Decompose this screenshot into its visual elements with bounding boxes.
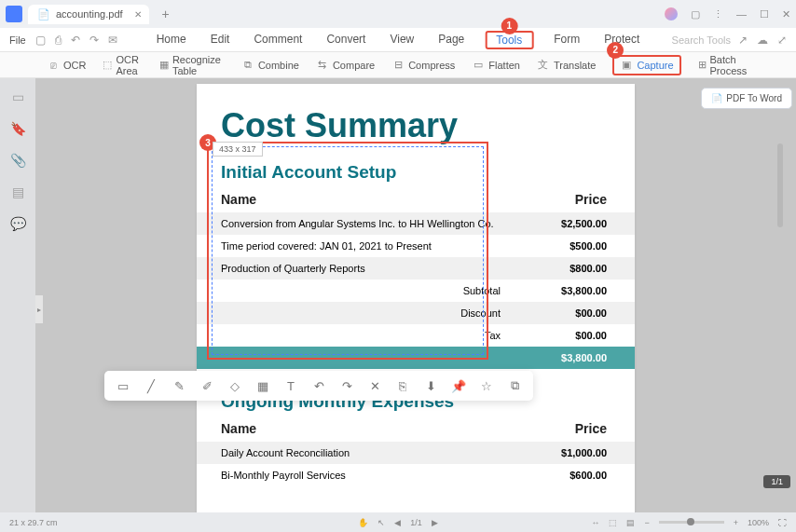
document-viewport[interactable]: Cost Summary Initial Account Setup Name … bbox=[35, 78, 796, 512]
table-row: Bi-Monthly Payroll Services$600.00 bbox=[197, 464, 635, 486]
share-icon[interactable]: ↗ bbox=[738, 34, 748, 47]
table-row: Daily Account Reconciliation$1,000.00 bbox=[197, 442, 635, 464]
tab-page[interactable]: Page bbox=[434, 31, 468, 49]
fit-width-icon[interactable]: ↔ bbox=[591, 518, 599, 527]
table-icon: ▦ bbox=[159, 59, 169, 72]
file-menu[interactable]: File bbox=[9, 34, 26, 46]
maximize-button[interactable]: ☐ bbox=[760, 8, 769, 20]
print-icon[interactable]: ⎙ bbox=[55, 34, 62, 47]
tab-form[interactable]: Form bbox=[550, 31, 583, 49]
minimize-button[interactable]: — bbox=[736, 8, 747, 20]
profile-icon[interactable] bbox=[665, 7, 678, 20]
undo-capture-icon[interactable]: ↶ bbox=[311, 378, 326, 393]
compare-button[interactable]: ⇆Compare bbox=[316, 59, 375, 72]
tab-view[interactable]: View bbox=[386, 31, 418, 49]
tax-row: Tax$00.00 bbox=[197, 324, 635, 347]
select-tool-icon[interactable]: ↖ bbox=[377, 518, 385, 527]
compare-icon: ⇆ bbox=[316, 59, 329, 72]
ocr-icon: ⎚ bbox=[47, 59, 60, 72]
zoom-slider[interactable] bbox=[659, 521, 724, 524]
next-page-icon[interactable]: ▶ bbox=[432, 518, 438, 527]
comment-panel-icon[interactable]: 💬 bbox=[10, 216, 26, 231]
flatten-button[interactable]: ▭Flatten bbox=[472, 59, 520, 72]
right-rail: 📄 PDF To Word bbox=[701, 88, 792, 109]
star-capture-icon[interactable]: ☆ bbox=[479, 378, 494, 393]
titlebar: 📄 accounting.pdf ✕ + ▢ ⋮ — ☐ ✕ bbox=[0, 0, 796, 28]
search-tools-input[interactable]: Search Tools bbox=[672, 34, 731, 46]
batch-process-button[interactable]: ⊞Batch Process bbox=[698, 54, 752, 76]
add-tab-button[interactable]: + bbox=[162, 7, 170, 21]
ocr-area-button[interactable]: ⬚OCR Area bbox=[103, 54, 142, 76]
save-capture-icon[interactable]: ⬇ bbox=[423, 378, 438, 393]
layers-icon[interactable]: ▤ bbox=[12, 184, 24, 199]
gift-icon[interactable]: ▢ bbox=[691, 8, 700, 20]
tab-home[interactable]: Home bbox=[153, 31, 190, 49]
copy-capture-icon[interactable]: ⎘ bbox=[395, 378, 410, 393]
cloud-icon[interactable]: ☁ bbox=[757, 34, 768, 47]
combine-icon: ⧉ bbox=[241, 59, 254, 72]
left-sidebar: ▭ 🔖 📎 ▤ 💬 bbox=[0, 78, 35, 512]
pencil-tool-icon[interactable]: ✎ bbox=[172, 378, 186, 393]
recognize-table-button[interactable]: ▦Recognize Table bbox=[159, 54, 225, 76]
statusbar: 21 x 29.7 cm ✋ ↖ ◀ 1/1 ▶ ↔ ⬚ ▤ − + 100% … bbox=[0, 512, 796, 532]
col-name-2: Name bbox=[197, 421, 532, 436]
scrollbar-thumb[interactable] bbox=[777, 143, 783, 227]
mosaic-tool-icon[interactable]: ▦ bbox=[255, 378, 270, 393]
page-indicator[interactable]: 1/1 bbox=[410, 518, 422, 527]
table-row: Time period covered: JAN 01, 2021 to Pre… bbox=[197, 235, 635, 257]
pdf-to-word-button[interactable]: 📄 PDF To Word bbox=[701, 88, 792, 109]
close-window-button[interactable]: ✕ bbox=[782, 8, 790, 20]
thumbnail-icon[interactable]: ▭ bbox=[12, 89, 24, 104]
fullscreen-icon[interactable]: ⛶ bbox=[778, 518, 787, 527]
tab-convert[interactable]: Convert bbox=[323, 31, 369, 49]
tools-toolbar: ⎚OCR ⬚OCR Area ▦Recognize Table ⧉Combine… bbox=[0, 52, 796, 78]
confirm-capture-icon[interactable]: ⧉ bbox=[507, 378, 522, 393]
rectangle-tool-icon[interactable]: ▭ bbox=[116, 378, 130, 393]
fit-page-icon[interactable]: ⬚ bbox=[609, 518, 617, 527]
tab-comment[interactable]: Comment bbox=[250, 31, 306, 49]
expand-icon[interactable]: ⤢ bbox=[777, 34, 787, 47]
mail-icon[interactable]: ✉ bbox=[108, 34, 117, 47]
view-mode-icon[interactable]: ▤ bbox=[626, 518, 635, 527]
app-icon bbox=[6, 6, 22, 22]
close-tab-icon[interactable]: ✕ bbox=[134, 9, 142, 20]
zoom-value[interactable]: 100% bbox=[748, 518, 769, 527]
ocr-button[interactable]: ⎚OCR bbox=[47, 59, 86, 72]
compress-icon: ⊟ bbox=[391, 59, 405, 72]
undo-icon[interactable]: ↶ bbox=[71, 34, 80, 47]
pdf-page: Cost Summary Initial Account Setup Name … bbox=[197, 84, 635, 512]
line-tool-icon[interactable]: ╱ bbox=[144, 378, 158, 393]
page-dimensions: 21 x 29.7 cm bbox=[9, 518, 58, 527]
capture-button[interactable]: ▣Capture 2 bbox=[612, 55, 680, 75]
redo-icon[interactable]: ↷ bbox=[89, 34, 99, 47]
text-tool-icon[interactable]: T bbox=[283, 378, 298, 393]
menubar: File ▢ ⎙ ↶ ↷ ✉ Home Edit Comment Convert… bbox=[0, 28, 796, 52]
highlighter-tool-icon[interactable]: ✐ bbox=[199, 378, 214, 393]
table-row: Conversion from Angular Systems Inc. to … bbox=[197, 212, 635, 235]
zoom-in-icon[interactable]: + bbox=[734, 518, 738, 527]
document-tab[interactable]: 📄 accounting.pdf ✕ bbox=[28, 5, 149, 24]
page-count-badge: 1/1 bbox=[763, 475, 790, 488]
col-name-1: Name bbox=[197, 192, 532, 207]
hand-tool-icon[interactable]: ✋ bbox=[358, 518, 368, 527]
prev-page-icon[interactable]: ◀ bbox=[394, 518, 401, 527]
attachment-icon[interactable]: 📎 bbox=[10, 153, 26, 168]
col-price-2: Price bbox=[532, 421, 635, 436]
col-price-1: Price bbox=[532, 192, 635, 207]
callout-marker-2: 2 bbox=[607, 42, 624, 59]
save-icon[interactable]: ▢ bbox=[35, 34, 46, 47]
translate-button[interactable]: 文Translate bbox=[537, 59, 596, 72]
vertical-scrollbar[interactable] bbox=[777, 143, 783, 466]
eraser-tool-icon[interactable]: ◇ bbox=[227, 378, 242, 393]
tab-tools[interactable]: Tools 1 bbox=[485, 31, 533, 49]
tab-edit[interactable]: Edit bbox=[207, 31, 234, 49]
compress-button[interactable]: ⊟Compress bbox=[391, 59, 455, 72]
cancel-capture-icon[interactable]: ✕ bbox=[367, 378, 382, 393]
bookmark-icon[interactable]: 🔖 bbox=[10, 121, 26, 136]
pin-capture-icon[interactable]: 📌 bbox=[451, 378, 466, 393]
camera-icon: ▣ bbox=[620, 59, 633, 72]
zoom-out-icon[interactable]: − bbox=[644, 518, 649, 527]
kebab-icon[interactable]: ⋮ bbox=[713, 8, 723, 20]
combine-button[interactable]: ⧉Combine bbox=[241, 59, 299, 72]
redo-capture-icon[interactable]: ↷ bbox=[339, 378, 354, 393]
